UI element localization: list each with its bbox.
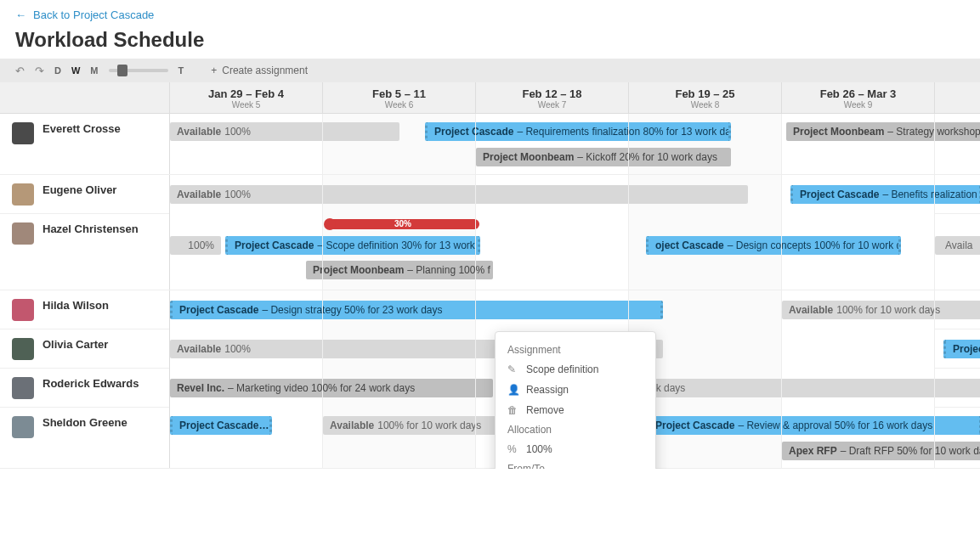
assignment-bar[interactable]: Available 100% <box>170 185 748 204</box>
person-icon: 👤 <box>507 384 518 396</box>
toolbar: ↶ ↷ D W M T + Create assignment <box>0 59 980 82</box>
assignment-bar[interactable]: Project Moonbeam – Strategy workshops 10 <box>786 122 980 141</box>
person-name: Sheldon Greene <box>42 416 127 429</box>
zoom-month[interactable]: M <box>90 65 98 76</box>
assignment-bar[interactable]: Availa <box>935 236 980 255</box>
person-name: Eugene Oliver <box>42 183 116 196</box>
assignment-bar[interactable]: Project Moonbeam – Planning 100% f <box>306 261 493 279</box>
avatar <box>12 122 34 144</box>
person-row-eugene: Eugene Oliver Available 100% Project Cas… <box>0 175 980 214</box>
week-col-6: Feb 5 – 11 Week 6 <box>323 82 476 113</box>
assignment-bar[interactable]: Project Cascade… <box>170 416 272 435</box>
assignment-bar[interactable]: Apex RFP – Draft RFP 50% for 10 work day… <box>782 442 980 460</box>
person-name: Hilda Wilson <box>42 299 109 312</box>
popover-section-allocation: Allocation <box>496 420 655 439</box>
person-row-everett: Everett Crosse Available 100% Project Ca… <box>0 114 980 175</box>
avatar <box>12 222 34 245</box>
trash-icon: 🗑 <box>507 404 518 416</box>
avatar <box>12 377 34 399</box>
assignment-bar[interactable]: oject Cascade – Design concepts 100% for… <box>646 236 901 255</box>
person-name: Roderick Edwards <box>42 377 139 390</box>
undo-icon[interactable]: ↶ <box>15 65 25 77</box>
assignment-bar[interactable]: Project Cascade – Benefits realization r… <box>790 185 980 204</box>
person-row-hilda: Hilda Wilson Project Cascade – Design st… <box>0 290 980 329</box>
avatar <box>12 416 34 438</box>
week-col-7: Feb 12 – 18 Week 7 <box>476 82 629 113</box>
plus-icon: + <box>211 65 217 76</box>
person-name: Olivia Carter <box>42 338 108 351</box>
page-title: Workload Schedule <box>15 28 965 52</box>
assignment-popover: Assignment ✎ Scope definition 👤 Reassign… <box>495 331 656 469</box>
assignment-bar[interactable]: Project Cascade – Design strategy 50% fo… <box>170 301 663 319</box>
person-name: Hazel Christensen <box>42 222 139 235</box>
pencil-icon: ✎ <box>507 363 518 375</box>
assignment-bar[interactable]: Project Cascade – Scope definition 30% f… <box>225 236 480 255</box>
week-col-8: Feb 19 – 25 Week 8 <box>629 82 782 113</box>
create-assignment-label: Create assignment <box>222 65 308 76</box>
timeline-rows: Everett Crosse Available 100% Project Ca… <box>0 114 980 469</box>
zoom-today[interactable]: T <box>178 65 184 76</box>
week-col-9: Feb 26 – Mar 3 Week 9 <box>782 82 935 113</box>
zoom-day[interactable]: D <box>54 65 61 76</box>
person-row-roderick: Roderick Edwards Revel Inc. – Marketing … <box>0 369 980 408</box>
assignment-bar[interactable]: Projec <box>943 340 980 358</box>
person-name: Everett Crosse <box>42 122 121 135</box>
week-col-5: Jan 29 – Feb 4 Week 5 <box>170 82 323 113</box>
popover-section-fromto: From/To <box>496 459 655 469</box>
popover-allocation[interactable]: % 100% <box>496 439 655 459</box>
popover-remove[interactable]: 🗑 Remove <box>496 400 655 420</box>
overload-indicator: 30% <box>326 219 479 229</box>
assignment-bar[interactable]: Project Cascade – Requirements finalizat… <box>425 122 731 141</box>
assignment-bar[interactable]: Available 100% for 10 work days <box>782 301 980 319</box>
assignment-bar[interactable]: 100% <box>170 236 221 255</box>
arrow-left-icon: ← <box>15 8 26 21</box>
back-link-label: Back to Project Cascade <box>33 8 154 21</box>
assignment-bar[interactable]: Revel Inc. – Marketing video 100% for 24… <box>170 379 493 397</box>
assignment-bar[interactable]: Available 100% <box>170 122 399 141</box>
zoom-slider-handle[interactable] <box>117 65 127 76</box>
redo-icon[interactable]: ↷ <box>35 65 44 77</box>
assignment-bar[interactable]: Project Cascade – Review & approval 50% … <box>646 416 980 435</box>
zoom-slider[interactable] <box>109 69 168 72</box>
avatar <box>12 183 34 206</box>
popover-scope-definition[interactable]: ✎ Scope definition <box>496 359 655 380</box>
zoom-week[interactable]: W <box>71 65 80 76</box>
popover-reassign[interactable]: 👤 Reassign <box>496 380 655 400</box>
person-row-hazel: Hazel Christensen 30% 100% Project Casca… <box>0 214 980 290</box>
back-link[interactable]: ← Back to Project Cascade <box>15 8 154 21</box>
person-row-olivia: Olivia Carter Available 100% Projec <box>0 329 980 369</box>
percent-icon: % <box>507 443 518 455</box>
timeline-header: Jan 29 – Feb 4 Week 5 Feb 5 – 11 Week 6 … <box>0 82 980 114</box>
assignment-bar[interactable]: Project Moonbeam – Kickoff 20% for 10 wo… <box>476 148 731 166</box>
avatar <box>12 299 34 321</box>
create-assignment-button[interactable]: + Create assignment <box>211 65 308 76</box>
person-row-sheldon: Sheldon Greene Project Cascade… Availabl… <box>0 408 980 469</box>
avatar <box>12 338 34 360</box>
popover-section-assignment: Assignment <box>496 341 655 359</box>
